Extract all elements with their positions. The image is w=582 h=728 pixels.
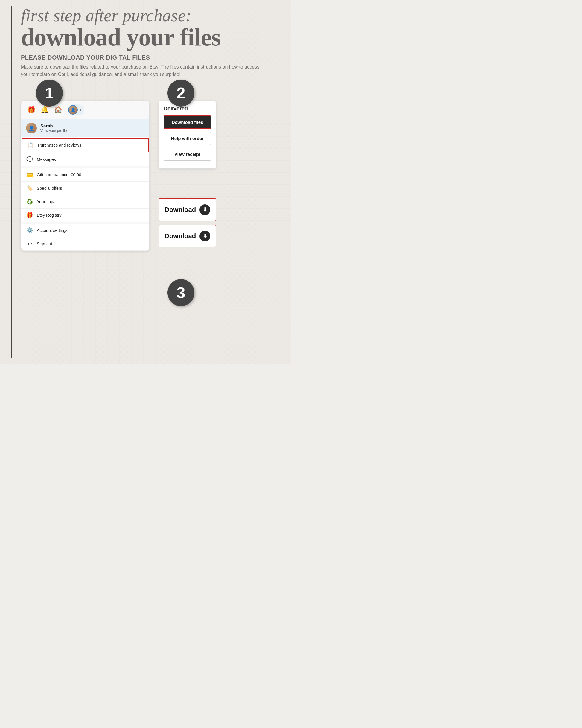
menu-item-messages[interactable]: 💬 Messages bbox=[21, 153, 149, 166]
menu-item-purchases[interactable]: 📋 Purchases and reviews bbox=[22, 138, 149, 152]
left-border bbox=[11, 6, 12, 358]
download-icon-2: ⬇ bbox=[200, 231, 210, 241]
notification-wrapper: 🔔 50 bbox=[41, 106, 49, 114]
avatar-dropdown[interactable]: 👤 ▼ bbox=[68, 104, 84, 115]
description-section: PLEASE DOWNLOAD YOUR DIGITAL FILES Make … bbox=[21, 54, 279, 78]
signout-icon: ↩ bbox=[26, 240, 33, 247]
view-receipt-button[interactable]: View receipt bbox=[164, 148, 211, 161]
download-icon-1: ⬇ bbox=[200, 204, 210, 215]
bell-icon: 🔔 bbox=[41, 106, 49, 113]
page-wrapper: WWW.MARRYFUL.ORG first step after purcha… bbox=[0, 0, 291, 364]
profile-subtitle: View your profile bbox=[41, 129, 67, 133]
purchases-icon: 📋 bbox=[27, 142, 34, 149]
etsy-topbar: 🎁 🔔 50 🏠 👤 ▼ bbox=[21, 101, 149, 119]
download-label-2: Download bbox=[164, 232, 196, 240]
home-icon: 🏠 bbox=[54, 106, 62, 114]
step-1-number: 1 bbox=[36, 80, 63, 106]
right-column: 2 Delivered Download files Help with ord… bbox=[159, 85, 216, 251]
menu-avatar: 👤 bbox=[26, 123, 37, 133]
menu-item-impact-label: Your impact bbox=[37, 199, 59, 204]
giftcard-icon: 💳 bbox=[26, 172, 33, 178]
registry-icon: 🎁 bbox=[26, 212, 33, 218]
download-files-button[interactable]: Download files bbox=[164, 115, 211, 129]
messages-icon: 💬 bbox=[26, 156, 33, 163]
desc-body: Make sure to download the files related … bbox=[21, 63, 266, 78]
avatar-large: 👤 bbox=[68, 105, 78, 114]
download-label-1: Download bbox=[164, 206, 196, 214]
bold-title: download your files bbox=[21, 25, 279, 50]
steps-container: 1 🎁 🔔 50 🏠 👤 ▼ 👤 bbox=[21, 85, 279, 251]
menu-item-giftcard[interactable]: 💳 Gift card balance: €0.00 bbox=[21, 168, 149, 182]
menu-item-registry[interactable]: 🎁 Etsy Registry bbox=[21, 209, 149, 222]
menu-item-settings[interactable]: ⚙️ Account settings bbox=[21, 224, 149, 237]
step-2-number: 2 bbox=[167, 80, 194, 106]
menu-item-giftcard-label: Gift card balance: €0.00 bbox=[37, 172, 81, 177]
gift-icon: 🎁 bbox=[27, 106, 35, 114]
download-button-1[interactable]: Download ⬇ bbox=[159, 199, 216, 221]
desc-heading: PLEASE DOWNLOAD YOUR DIGITAL FILES bbox=[21, 54, 279, 61]
download-button-2[interactable]: Download ⬇ bbox=[159, 225, 216, 248]
profile-name: Sarah bbox=[41, 123, 53, 128]
step-1-container: 1 🎁 🔔 50 🏠 👤 ▼ 👤 bbox=[21, 85, 150, 251]
menu-item-special-offers-label: Special offers bbox=[37, 186, 62, 190]
menu-item-impact[interactable]: ♻️ Your impact bbox=[21, 195, 149, 209]
chevron-down-icon: ▼ bbox=[79, 108, 82, 112]
order-status: Delivered bbox=[164, 106, 211, 112]
menu-profile-text: Sarah View your profile bbox=[41, 123, 67, 133]
menu-item-purchases-label: Purchases and reviews bbox=[38, 143, 81, 148]
help-with-order-button[interactable]: Help with order bbox=[164, 132, 211, 145]
step-3-container: 3 Download ⬇ Download ⬇ bbox=[159, 192, 216, 251]
gear-icon: ⚙️ bbox=[26, 227, 33, 234]
step-3-number: 3 bbox=[167, 279, 194, 306]
download-section: Download ⬇ Download ⬇ bbox=[159, 199, 216, 248]
tag-icon: 🏷️ bbox=[26, 185, 33, 191]
leaf-icon: ♻️ bbox=[26, 199, 33, 205]
cursive-title: first step after purchase: bbox=[21, 6, 279, 25]
menu-item-registry-label: Etsy Registry bbox=[37, 213, 61, 217]
step-2-container: 2 Delivered Download files Help with ord… bbox=[159, 85, 216, 186]
order-mockup: Delivered Download files Help with order… bbox=[159, 101, 216, 169]
menu-item-settings-label: Account settings bbox=[37, 228, 68, 233]
menu-item-signout-label: Sign out bbox=[37, 241, 52, 246]
menu-profile-item[interactable]: 👤 Sarah View your profile bbox=[21, 119, 149, 137]
etsy-mockup: 🎁 🔔 50 🏠 👤 ▼ 👤 Sarah bbox=[21, 101, 150, 251]
header-section: first step after purchase: download your… bbox=[21, 6, 279, 50]
menu-item-signout[interactable]: ↩ Sign out bbox=[21, 237, 149, 251]
menu-item-messages-label: Messages bbox=[37, 157, 56, 162]
menu-item-special-offers[interactable]: 🏷️ Special offers bbox=[21, 182, 149, 195]
